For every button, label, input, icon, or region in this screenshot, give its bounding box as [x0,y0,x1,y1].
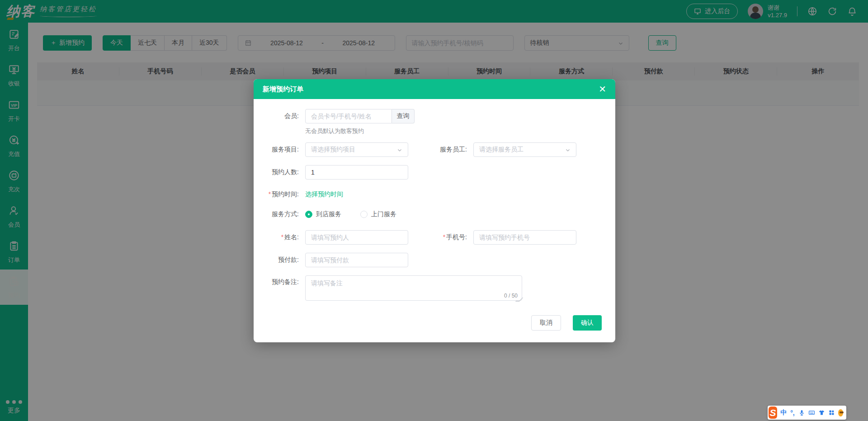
radio-home-visit[interactable]: 上门服务 [360,210,396,218]
cancel-button[interactable]: 取消 [531,315,561,331]
modal-header: 新增预约订单 ✕ [254,79,615,99]
ime-chinese-mode-icon[interactable]: 中 [780,409,787,416]
name-input[interactable] [305,230,408,245]
ime-emoji-icon[interactable] [838,409,843,416]
member-query-button[interactable]: 查询 [392,109,415,123]
modal-title: 新增预约订单 [263,85,303,94]
close-icon[interactable]: ✕ [599,85,606,94]
required-mark: * [269,190,271,198]
member-label: 会员: [254,112,299,120]
ime-mic-icon[interactable] [798,409,805,416]
service-item-placeholder: 请选择预约项目 [311,146,355,154]
service-item-label: 服务项目: [254,146,299,154]
sogou-logo-icon[interactable]: S [769,407,777,419]
phone-label: *手机号: [426,233,467,241]
remark-char-counter: 0 / 50 [502,293,518,299]
radio-label: 上门服务 [371,210,396,218]
service-staff-label: 服务员工: [426,146,467,154]
chevron-down-icon [397,147,402,152]
member-search-input[interactable] [305,109,392,123]
choose-time-link[interactable]: 选择预约时间 [305,190,343,199]
remark-label: 预约备注: [254,278,299,286]
new-reservation-modal: 新增预约订单 ✕ 会员: 查询 无会员默认为散客预约 服务项目: 请选择预约项目… [254,79,615,342]
remark-textarea[interactable] [305,275,522,301]
phone-input[interactable] [473,230,576,245]
radio-icon [305,211,312,218]
radio-in-store[interactable]: 到店服务 [305,210,341,218]
ime-toolbox-icon[interactable] [828,409,835,416]
service-staff-select[interactable]: 请选择服务员工 [473,142,576,157]
ime-keyboard-icon[interactable] [808,409,815,416]
ime-skin-icon[interactable] [818,409,825,416]
confirm-button[interactable]: 确认 [573,315,602,331]
prepay-input[interactable] [305,253,408,267]
service-item-select[interactable]: 请选择预约项目 [305,142,408,157]
reservation-time-label: *预约时间: [254,190,299,199]
prepay-label: 预付款: [254,256,299,264]
people-count-input[interactable] [305,165,408,180]
service-staff-placeholder: 请选择服务员工 [479,146,524,154]
required-mark: * [443,233,445,241]
people-count-label: 预约人数: [254,168,299,176]
radio-icon [360,211,368,218]
chevron-down-icon [565,147,571,152]
ime-punctuation-icon[interactable]: °, [790,409,795,416]
radio-label: 到店服务 [316,210,341,218]
member-hint: 无会员默认为散客预约 [305,127,615,135]
ime-toolbar: S 中 °, [768,406,846,420]
service-method-label: 服务方式: [254,210,299,218]
name-label: *姓名: [254,233,299,241]
required-mark: * [281,233,283,241]
